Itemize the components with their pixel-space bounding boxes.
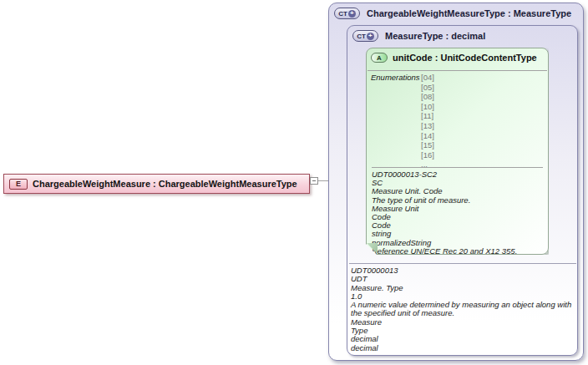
enumerations-label: Enumerations: [371, 73, 420, 82]
element-node-chargeableweightmeasure[interactable]: E ChargeableWeightMeasure : ChargeableWe…: [3, 174, 310, 194]
enumeration-values: [04] [05] [08] [10] [11] [13] [14] [15] …: [421, 73, 434, 170]
complextype-node-measuretype[interactable]: CT MeasureType : decimal A unitCode : Un…: [347, 25, 578, 356]
attribute-header: A unitCode : UnitCodeContentType: [367, 48, 548, 63]
type-annotation-text: UDT0000013 UDT Measure. Type 1.0 A numer…: [351, 266, 575, 352]
element-label: ChargeableWeightMeasure : ChargeableWeig…: [33, 179, 297, 189]
complextype-icon: CT: [352, 30, 378, 42]
schema-diagram: E ChargeableWeightMeasure : ChargeableWe…: [0, 0, 588, 365]
collapse-toggle-icon[interactable]: [310, 177, 318, 185]
complextype-header: CT ChargeableWeightMeasureType : Measure…: [329, 3, 583, 19]
separator: [372, 167, 543, 168]
attribute-icon: A: [371, 53, 388, 63]
complextype-icon-label: CT: [338, 10, 347, 18]
complextype-icon: CT: [334, 8, 360, 19]
attribute-node-unitcode[interactable]: A unitCode : UnitCodeContentType Enumera…: [366, 48, 549, 255]
attribute-title: unitCode : UnitCodeContentType: [393, 53, 537, 63]
plus-icon: [348, 10, 356, 18]
separator: [368, 70, 547, 71]
complextype-title: ChargeableWeightMeasureType : MeasureTyp…: [367, 8, 571, 18]
complextype-title: MeasureType : decimal: [385, 31, 485, 41]
attribute-annotation-text: UDT0000013-SC2 SC Measure Unit. Code The…: [372, 170, 545, 256]
plus-icon: [367, 33, 374, 40]
element-icon: E: [9, 179, 28, 190]
complextype-header: CT MeasureType : decimal: [347, 26, 577, 42]
folded-corner-icon: [367, 243, 378, 254]
separator: [349, 263, 576, 264]
complextype-icon-label: CT: [357, 33, 366, 40]
complextype-node-chargeableweightmeasuretype[interactable]: CT ChargeableWeightMeasureType : Measure…: [328, 3, 584, 361]
